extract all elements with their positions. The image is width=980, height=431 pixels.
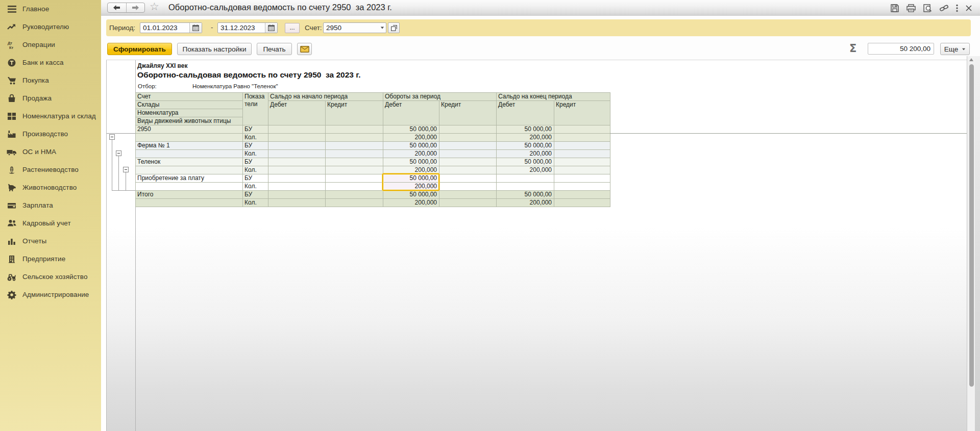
table-row[interactable]: Кол. 200,000 [136, 183, 610, 191]
table-cell[interactable]: 50 000,00 [383, 125, 439, 134]
table-cell[interactable] [439, 158, 497, 166]
table-cell[interactable]: 200,000 [497, 150, 554, 158]
sidebar-item-selskoe-hozyajstvo[interactable]: Сельское хозяйство [0, 268, 101, 286]
table-cell[interactable] [439, 166, 497, 174]
table-cell[interactable]: Кол. [243, 150, 268, 158]
table-cell[interactable]: 2950 [136, 125, 243, 134]
sidebar-item-proizvodstvo[interactable]: Производство [0, 125, 101, 143]
table-cell[interactable] [268, 183, 326, 191]
table-cell[interactable] [136, 150, 243, 158]
table-cell[interactable]: БУ [243, 158, 268, 166]
table-cell[interactable]: 200,000 [497, 199, 554, 207]
table-cell[interactable]: БУ [243, 142, 268, 150]
table-cell[interactable]: 50 000,00 [383, 142, 439, 150]
collapse-group-button[interactable] [123, 167, 129, 172]
calendar-icon[interactable] [189, 23, 202, 33]
table-cell[interactable] [326, 142, 383, 150]
generate-button[interactable]: Сформировать [107, 43, 172, 55]
table-cell[interactable] [268, 142, 326, 150]
save-icon[interactable] [891, 4, 899, 13]
table-cell[interactable] [326, 191, 383, 199]
sidebar-item-rukovoditelyu[interactable]: Руководителю [0, 18, 101, 36]
table-cell[interactable] [268, 134, 326, 142]
table-cell[interactable]: 200,000 [383, 134, 439, 142]
table-cell[interactable] [268, 166, 326, 174]
sidebar-item-kadrovyj-uchet[interactable]: Кадровый учет [0, 214, 101, 232]
table-cell[interactable] [326, 199, 383, 207]
table-cell[interactable]: Приобретение за плату [136, 174, 243, 183]
collapse-group-button[interactable] [116, 150, 121, 156]
sidebar-item-administrirovanie[interactable]: Администрирование [0, 286, 101, 303]
print-report-button[interactable]: Печать [257, 43, 292, 55]
collapse-group-button[interactable] [109, 134, 115, 140]
sidebar-item-os-i-nma[interactable]: ОС и НМА [0, 143, 101, 161]
table-cell[interactable] [268, 199, 326, 207]
table-cell[interactable] [439, 183, 497, 191]
table-total-row[interactable]: ИтогоБУ 50 000,00 50 000,00 [136, 191, 610, 199]
table-cell[interactable] [554, 134, 610, 142]
close-icon[interactable] [966, 4, 972, 13]
table-total-row[interactable]: Кол. 200,000 200,000 [136, 199, 610, 207]
sidebar-item-glavnoe[interactable]: Главное [0, 0, 101, 18]
table-cell[interactable]: 200,000 [383, 150, 439, 158]
table-row[interactable]: Ферма № 1БУ 50 000,00 50 000,00 [136, 142, 610, 150]
table-cell[interactable] [554, 142, 610, 150]
table-cell[interactable] [136, 166, 243, 174]
table-cell[interactable] [439, 150, 497, 158]
more-button[interactable]: Еще [940, 43, 970, 55]
table-cell[interactable]: Теленок [136, 158, 243, 166]
print-preview-icon[interactable] [923, 4, 932, 13]
table-cell[interactable] [326, 158, 383, 166]
table-cell[interactable] [136, 134, 243, 142]
table-cell[interactable]: 50 000,00 [383, 191, 439, 199]
sidebar-item-nomenklatura-i-sklad[interactable]: Номенклатура и склад [0, 107, 101, 125]
sidebar-item-pokupka[interactable]: Покупка [0, 71, 101, 89]
sidebar-item-rastenievodstvo[interactable]: Растениеводство [0, 161, 101, 179]
table-cell[interactable] [326, 125, 383, 134]
table-cell[interactable] [326, 166, 383, 174]
table-cell[interactable] [439, 191, 497, 199]
table-cell[interactable]: БУ [243, 174, 268, 183]
table-cell[interactable]: 200,000 [497, 166, 554, 174]
table-cell[interactable]: Итого [136, 191, 243, 199]
forward-button[interactable] [127, 3, 145, 12]
table-cell[interactable]: Ферма № 1 [136, 142, 243, 150]
table-cell[interactable] [554, 183, 610, 191]
date-from-input[interactable]: 01.01.2023 [140, 22, 202, 33]
table-cell[interactable] [554, 199, 610, 207]
table-cell[interactable] [554, 174, 610, 183]
scrollbar-thumb[interactable] [969, 64, 974, 387]
table-cell[interactable]: 200,000 [497, 134, 554, 142]
table-cell[interactable]: 50 000,00 [497, 142, 554, 150]
table-cell[interactable]: Кол. [243, 166, 268, 174]
table-cell[interactable] [554, 158, 610, 166]
account-choose-button[interactable] [388, 22, 400, 33]
table-row[interactable]: 2950БУ 50 000,00 50 000,00 [136, 125, 610, 134]
table-cell[interactable] [497, 174, 554, 183]
print-icon[interactable] [906, 4, 916, 13]
show-settings-button[interactable]: Показать настройки [177, 43, 252, 55]
link-icon[interactable] [940, 4, 948, 13]
table-cell[interactable]: Кол. [243, 199, 268, 207]
back-button[interactable] [108, 3, 127, 12]
table-cell[interactable]: Кол. [243, 183, 268, 191]
table-cell[interactable] [554, 191, 610, 199]
table-cell[interactable]: 50 000,00 [497, 158, 554, 166]
table-cell[interactable] [497, 183, 554, 191]
sum-input[interactable]: 50 200,00 [868, 43, 934, 55]
table-cell[interactable] [439, 199, 497, 207]
table-cell[interactable]: БУ [243, 191, 268, 199]
table-cell[interactable] [439, 134, 497, 142]
table-cell[interactable] [439, 142, 497, 150]
table-cell[interactable] [439, 125, 497, 134]
table-row[interactable]: Кол. 200,000 200,000 [136, 150, 610, 158]
sidebar-item-zarplata[interactable]: Зарплата [0, 196, 101, 214]
calendar-icon[interactable] [265, 23, 277, 33]
table-cell[interactable]: 50 000,00 [497, 125, 554, 134]
table-cell[interactable] [326, 150, 383, 158]
more-dots-icon[interactable] [956, 4, 958, 13]
table-cell[interactable] [554, 125, 610, 134]
table-cell[interactable] [268, 191, 326, 199]
table-cell[interactable] [136, 183, 243, 191]
table-cell[interactable] [326, 183, 383, 191]
